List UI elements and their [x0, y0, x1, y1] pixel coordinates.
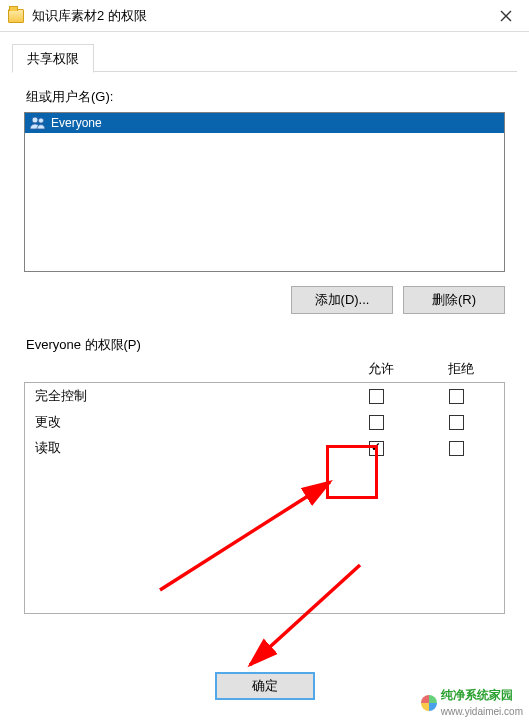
add-button[interactable]: 添加(D)...: [291, 286, 393, 314]
close-icon: [500, 10, 512, 22]
group-or-user-label: 组或用户名(G):: [26, 88, 505, 106]
perm-row-change: 更改: [25, 409, 504, 435]
col-deny: 拒绝: [421, 360, 501, 378]
svg-point-1: [38, 118, 43, 123]
perm-deny-read[interactable]: [449, 441, 464, 456]
principal-item-everyone[interactable]: Everyone: [25, 113, 504, 133]
perm-row-read: 读取: [25, 435, 504, 461]
perm-allow-change[interactable]: [369, 415, 384, 430]
permissions-header: 允许 拒绝: [24, 360, 505, 382]
tab-share-permissions[interactable]: 共享权限: [12, 44, 94, 73]
remove-button[interactable]: 删除(R): [403, 286, 505, 314]
watermark-url: www.yidaimei.com: [441, 706, 523, 717]
perm-deny-full-control[interactable]: [449, 389, 464, 404]
titlebar: 知识库素材2 的权限: [0, 0, 529, 32]
svg-point-0: [32, 117, 38, 123]
watermark-logo-icon: [421, 695, 437, 711]
close-button[interactable]: [483, 0, 529, 32]
window-title: 知识库素材2 的权限: [32, 7, 483, 25]
permissions-table: 完全控制 更改 读取: [24, 382, 505, 614]
users-icon: [29, 116, 47, 130]
perm-name: 读取: [35, 439, 336, 457]
principal-buttons: 添加(D)... 删除(R): [24, 286, 505, 314]
perm-name: 更改: [35, 413, 336, 431]
perm-allow-read[interactable]: [369, 441, 384, 456]
watermark-brand: 纯净系统家园: [441, 688, 513, 702]
perm-deny-change[interactable]: [449, 415, 464, 430]
principal-name: Everyone: [51, 116, 102, 130]
ok-button[interactable]: 确定: [215, 672, 315, 700]
perm-name: 完全控制: [35, 387, 336, 405]
permissions-for-label: Everyone 的权限(P): [26, 336, 505, 354]
col-allow: 允许: [341, 360, 421, 378]
tab-strip: 共享权限: [12, 42, 517, 72]
perm-row-full-control: 完全控制: [25, 383, 504, 409]
folder-icon: [8, 9, 24, 23]
perm-allow-full-control[interactable]: [369, 389, 384, 404]
tab-panel: 组或用户名(G): Everyone 添加(D)... 删除(R) Everyo…: [0, 72, 529, 614]
principals-listbox[interactable]: Everyone: [24, 112, 505, 272]
watermark: 纯净系统家园 www.yidaimei.com: [421, 687, 523, 718]
